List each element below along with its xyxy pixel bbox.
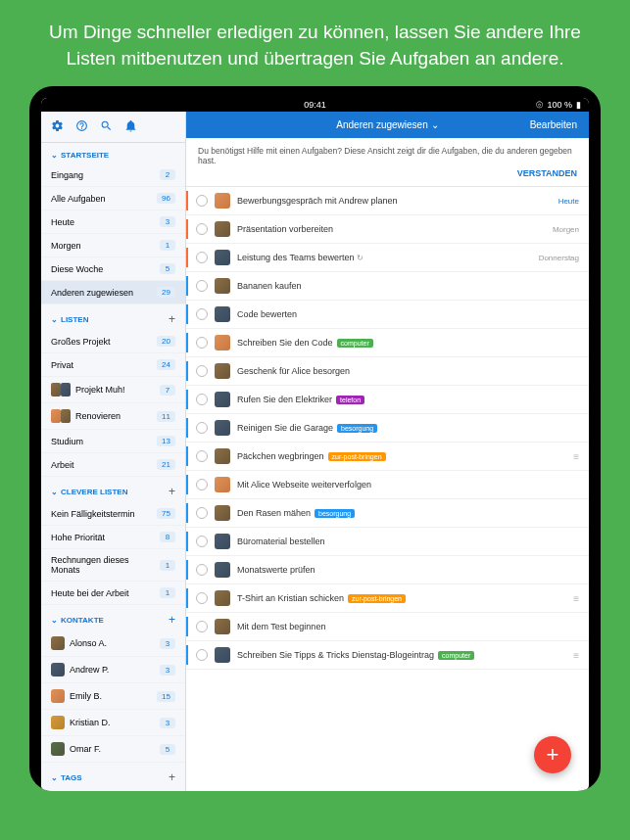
search-icon[interactable]	[100, 119, 113, 134]
complete-checkbox[interactable]	[196, 422, 208, 434]
complete-checkbox[interactable]	[196, 507, 208, 519]
assignee-avatar	[215, 448, 230, 464]
task-row[interactable]: Mit Alice Webseite weiterverfolgen	[186, 471, 589, 499]
sidebar-item[interactable]: Kein Fälligkeitstermin75	[41, 502, 185, 526]
complete-checkbox[interactable]	[196, 564, 208, 576]
bell-icon[interactable]	[124, 119, 137, 134]
task-row[interactable]: Monatswerte prüfen	[186, 556, 589, 584]
complete-checkbox[interactable]	[196, 479, 208, 490]
complete-checkbox[interactable]	[196, 280, 208, 292]
complete-checkbox[interactable]	[196, 621, 208, 632]
sidebar-item-label: Großes Projekt	[51, 337, 111, 347]
task-row[interactable]: Mit dem Test beginnen	[186, 613, 589, 641]
task-title: Monatswerte prüfen	[237, 565, 579, 575]
sidebar-item[interactable]: Andrew P.3	[41, 657, 185, 683]
task-row[interactable]: Schreiben Sie den Codecomputer	[186, 329, 589, 357]
main-pane: Anderen zugewiesen ⌄ Bearbeiten Du benöt…	[186, 112, 589, 791]
sidebar-item[interactable]: Projekt Muh!7	[41, 377, 185, 403]
add-list-button[interactable]: +	[169, 312, 175, 326]
section-kontakte[interactable]: ⌄KONTAKTE +	[41, 605, 185, 630]
sidebar-item[interactable]: Alle Aufgaben96	[41, 187, 185, 210]
complete-checkbox[interactable]	[196, 195, 208, 207]
complete-checkbox[interactable]	[196, 450, 208, 462]
complete-checkbox[interactable]	[196, 308, 208, 320]
section-listen[interactable]: ⌄LISTEN +	[41, 304, 185, 330]
add-tag-button[interactable]: +	[169, 770, 175, 784]
task-row[interactable]: Leistung des Teams bewerten↻ Donnerstag	[186, 244, 589, 272]
edit-button[interactable]: Bearbeiten	[530, 119, 577, 130]
help-icon[interactable]	[75, 119, 88, 134]
sidebar-item[interactable]: Rechnungen dieses Monats1	[41, 549, 185, 582]
task-tag: zur-post-bringen	[328, 452, 386, 461]
assignee-avatar	[215, 221, 230, 237]
sidebar-item[interactable]: Omar F.5	[41, 736, 185, 763]
status-time: 09:41	[304, 100, 326, 110]
repeat-icon: ↻	[357, 254, 363, 262]
sidebar-item-label: Projekt Muh!	[75, 385, 125, 395]
assignee-avatar	[215, 193, 230, 209]
section-clevere[interactable]: ⌄CLEVERE LISTEN +	[41, 477, 185, 502]
gear-icon[interactable]	[51, 119, 64, 134]
task-row[interactable]: Bananen kaufen	[186, 272, 589, 301]
complete-checkbox[interactable]	[196, 536, 208, 547]
sidebar-item[interactable]: Kristian D.3	[41, 710, 185, 736]
chevron-down-icon: ⌄	[51, 315, 58, 324]
complete-checkbox[interactable]	[196, 252, 208, 263]
assignee-avatar	[215, 562, 230, 578]
section-startseite[interactable]: ⌄STARTSEITE	[41, 143, 185, 163]
assignee-avatar	[215, 534, 230, 549]
main-title[interactable]: Anderen zugewiesen ⌄	[336, 119, 438, 130]
count-badge: 1	[160, 587, 175, 598]
sidebar-item[interactable]: Anderen zugewiesen29	[41, 281, 185, 304]
task-row[interactable]: Bewerbungsgespräch mit Andrew planen Heu…	[186, 187, 589, 215]
complete-checkbox[interactable]	[196, 649, 208, 661]
task-row[interactable]: Code bewerten	[186, 301, 589, 329]
sidebar-item-label: Arbeit	[51, 460, 74, 470]
sidebar-item[interactable]: Morgen1	[41, 234, 185, 257]
sidebar-item[interactable]: Großes Projekt20	[41, 330, 185, 353]
assignee-avatar	[215, 647, 230, 663]
task-title: Leistung des Teams bewerten↻	[237, 253, 532, 262]
sidebar-item-label: Rechnungen dieses Monats	[51, 555, 160, 575]
task-row[interactable]: Geschenk für Alice besorgen	[186, 357, 589, 386]
add-contact-button[interactable]: +	[169, 613, 175, 627]
assignee-avatar	[215, 278, 230, 294]
sidebar-item[interactable]: Diese Woche5	[41, 257, 185, 281]
complete-checkbox[interactable]	[196, 223, 208, 235]
count-badge: 96	[157, 193, 175, 204]
add-smartlist-button[interactable]: +	[169, 485, 175, 498]
count-badge: 11	[157, 411, 175, 422]
add-task-fab[interactable]: +	[534, 736, 571, 773]
info-dismiss-button[interactable]: VERSTANDEN	[198, 168, 577, 178]
task-title: Rufen Sie den Elektrikertelefon	[237, 395, 579, 404]
sidebar-toolbar	[41, 112, 185, 143]
sidebar-item[interactable]: Renovieren11	[41, 403, 185, 430]
sidebar: ⌄STARTSEITE Eingang2Alle Aufgaben96Heute…	[41, 112, 186, 791]
sidebar-item[interactable]: Emily B.15	[41, 683, 185, 710]
complete-checkbox[interactable]	[196, 394, 208, 405]
sidebar-item[interactable]: Arbeit21	[41, 453, 185, 477]
sidebar-item[interactable]: rechnung4	[41, 788, 185, 791]
status-bar: 09:41 ⦾ 100 % ▮	[41, 98, 589, 112]
sidebar-item[interactable]: Heute bei der Arbeit1	[41, 582, 185, 605]
complete-checkbox[interactable]	[196, 592, 208, 604]
sidebar-item[interactable]: Hohe Priorität8	[41, 526, 185, 549]
sidebar-item[interactable]: Heute3	[41, 210, 185, 234]
task-row[interactable]: Präsentation vorbereiten Morgen	[186, 215, 589, 244]
section-tags[interactable]: ⌄TAGS +	[41, 763, 185, 788]
sidebar-item[interactable]: Studium13	[41, 430, 185, 453]
task-row[interactable]: Büromaterial bestellen	[186, 528, 589, 556]
sidebar-item[interactable]: Alonso A.3	[41, 630, 185, 657]
task-row[interactable]: Rufen Sie den Elektrikertelefon	[186, 386, 589, 414]
task-row[interactable]: Den Rasen mähenbesorgung	[186, 499, 589, 528]
sidebar-item[interactable]: Privat24	[41, 353, 185, 377]
sidebar-item[interactable]: Eingang2	[41, 163, 185, 187]
task-row[interactable]: Schreiben Sie Tipps & Tricks Dienstag-Bl…	[186, 641, 589, 670]
task-row[interactable]: T-Shirt an Kristian schickenzur-post-bri…	[186, 584, 589, 613]
complete-checkbox[interactable]	[196, 337, 208, 349]
task-row[interactable]: Päckchen wegbringenzur-post-bringen ≡	[186, 443, 589, 471]
count-badge: 8	[160, 532, 175, 542]
complete-checkbox[interactable]	[196, 365, 208, 377]
count-badge: 2	[160, 169, 175, 180]
task-row[interactable]: Reinigen Sie die Garagebesorgung	[186, 414, 589, 443]
